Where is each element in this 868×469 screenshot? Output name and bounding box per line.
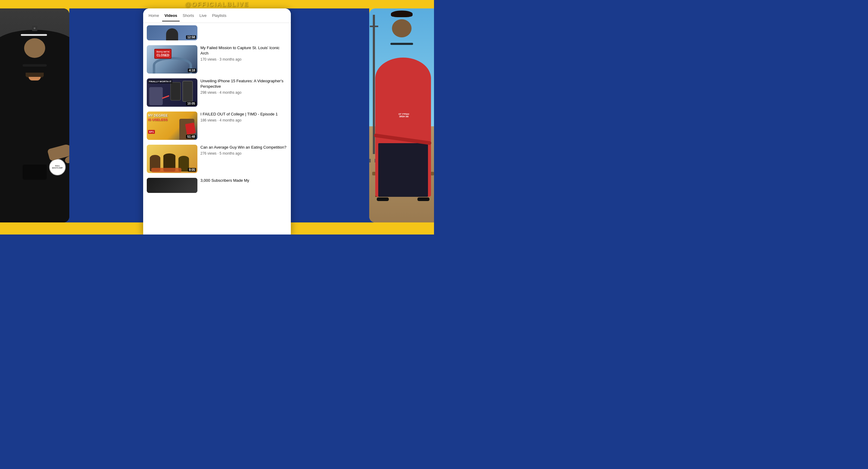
duration-badge-4: 9:05 — [188, 168, 196, 172]
beanie-band — [21, 34, 47, 36]
duration-badge-0: 12:58 — [186, 35, 196, 39]
tab-home[interactable]: Home — [146, 10, 161, 22]
finally-text: FINALLY WORTH IT — [148, 80, 173, 84]
video-info-4: Can an Average Guy Win an Eating Competi… — [200, 145, 287, 156]
glasses-right — [390, 43, 413, 45]
face-left — [24, 38, 45, 58]
thumbnail-4: 9:05 — [147, 145, 197, 173]
channel-name-bar: @OFFICIALBLIVE — [0, 0, 434, 8]
badge-text: Dairy BOOTCAMP — [50, 164, 65, 170]
glasses-left — [23, 64, 47, 67]
video-item-3[interactable]: MY DEGREE IS USELESS EP1 51:48 I FAILED … — [143, 109, 291, 142]
hair-right — [391, 10, 412, 17]
video-item-2[interactable]: FINALLY WORTH IT 10:05 Unveiling iPhone … — [143, 76, 291, 109]
channel-name-text: @OFFICIALBLIVE — [185, 1, 249, 8]
person-right-shoes — [377, 197, 389, 201]
person-left-body — [0, 30, 69, 222]
duration-badge-3: 51:48 — [186, 135, 196, 139]
tab-shorts[interactable]: Shorts — [180, 10, 196, 22]
ep1-badge: EP1 — [148, 130, 155, 134]
pole-crossbar — [370, 26, 378, 27]
thumbnail-5 — [147, 178, 197, 193]
video-info-2: Unveiling iPhone 15 Features: A Videogra… — [200, 79, 287, 95]
duration-badge-2: 10:05 — [186, 101, 196, 105]
right-person-panel: HAPPY TOBE HERE — [369, 8, 434, 222]
person-right-shoe-r — [417, 197, 430, 201]
video-title-2: Unveiling iPhone 15 Features: A Videogra… — [200, 79, 287, 89]
video-title-3: I FAILED OUT of College | TIMD - Episode… — [200, 112, 287, 117]
video-item-1[interactable]: Sorry we're CLOSED 4:18 My Failed Missio… — [143, 43, 291, 76]
hat-logo: ☺ — [32, 26, 37, 31]
video-info-1: My Failed Mission to Capture St. Louis' … — [200, 45, 287, 61]
sweatshirt-text-area: HAPPY TOBE HERE — [378, 94, 430, 137]
video-meta-4: 276 views · 5 months ago — [200, 151, 287, 156]
utility-pole — [373, 15, 375, 154]
tabs-bar: Home Videos Shorts Live Playlists — [143, 8, 291, 23]
tab-playlists[interactable]: Playlists — [210, 10, 229, 22]
video-meta-1: 170 views · 3 months ago — [200, 57, 287, 61]
video-list: 12:58 Sorry we're CLOSED 4: — [143, 23, 291, 234]
video-item-partial[interactable]: 12:58 — [143, 23, 291, 43]
tab-videos[interactable]: Videos — [162, 10, 180, 22]
thumbnail-2: FINALLY WORTH IT 10:05 — [147, 79, 197, 107]
hoodie-pocket — [23, 164, 47, 180]
person-right-legs — [378, 143, 428, 197]
left-person-panel: ☺ Dairy BOOTCAMP — [0, 8, 69, 222]
video-info-3: I FAILED OUT of College | TIMD - Episode… — [200, 112, 287, 122]
video-title-4: Can an Average Guy Win an Eating Competi… — [200, 145, 287, 150]
video-title-5: 3,000 Subscribers Made My — [200, 178, 287, 183]
smile-left — [29, 77, 41, 81]
video-title-1: My Failed Mission to Capture St. Louis' … — [200, 45, 287, 56]
duration-badge-1: 4:18 — [188, 68, 196, 72]
thumbnail-3: MY DEGREE IS USELESS EP1 51:48 — [147, 112, 197, 140]
video-info-5: 3,000 Subscribers Made My — [200, 178, 287, 183]
phone-screen: Home Videos Shorts Live Playlists — [143, 8, 291, 234]
video-meta-3: 186 views · 4 months ago — [200, 118, 287, 122]
tab-live[interactable]: Live — [197, 10, 209, 22]
video-item-4[interactable]: 9:05 Can an Average Guy Win an Eating Co… — [143, 142, 291, 176]
bootcamp-badge: Dairy BOOTCAMP — [49, 159, 66, 176]
thumbnail-1: Sorry we're CLOSED 4:18 — [147, 45, 197, 73]
video-meta-2: 298 views · 4 months ago — [200, 90, 287, 95]
closed-sign: Sorry we're CLOSED — [154, 49, 172, 59]
degree-text-overlay: MY DEGREE IS USELESS — [148, 113, 168, 122]
phone-container: Home Videos Shorts Live Playlists — [143, 8, 291, 234]
video-item-5[interactable]: 3,000 Subscribers Made My — [143, 176, 291, 195]
thumbnail-0: 12:58 — [147, 25, 197, 40]
face-right — [392, 19, 411, 37]
